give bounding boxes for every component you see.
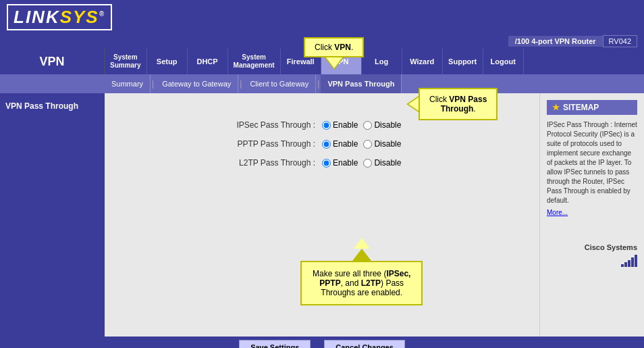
ipsec-disable-option[interactable]: Disable xyxy=(363,120,401,130)
l2tp-enable-label: Enable xyxy=(333,158,358,168)
l2tp-label: L2TP Pass Through : xyxy=(187,158,322,168)
tooltip-passthrough: Click VPN Pass Through. xyxy=(419,88,498,120)
main-content: IPSec Pass Through : Enable Disable xyxy=(105,93,539,337)
sitemap-title: SITEMAP xyxy=(563,103,599,112)
l2tp-options: Enable Disable xyxy=(322,158,401,168)
ipsec-options: Enable Disable xyxy=(322,120,401,130)
nav-item-log[interactable]: Log xyxy=(362,49,402,74)
pptp-enable-option[interactable]: Enable xyxy=(322,139,358,149)
header: LINKSYS® xyxy=(0,0,644,34)
tooltip-passthrough-arrow-left-inner xyxy=(408,97,419,111)
nav-item-system-summary[interactable]: SystemSummary xyxy=(105,49,147,74)
pptp-disable-option[interactable]: Disable xyxy=(363,139,401,149)
sidebar-title: VPN Pass Through xyxy=(5,101,99,111)
pptp-label: PPTP Pass Through : xyxy=(187,139,322,149)
cisco-bar-1 xyxy=(621,264,624,267)
tooltip-enable-arrow-inner xyxy=(354,238,370,249)
nav-brand: VPN xyxy=(0,49,105,74)
sitemap-header: ★ SITEMAP xyxy=(547,100,637,115)
cisco-bar-4 xyxy=(631,257,634,267)
sub-nav: Summary | Gateway to Gateway | Client to… xyxy=(0,74,644,93)
cancel-changes-button[interactable]: Cancel Changes xyxy=(324,340,405,348)
pptp-row: PPTP Pass Through : Enable Disable xyxy=(187,139,457,149)
sitemap-panel: ★ SITEMAP IPSec Pass Through : Internet … xyxy=(539,93,644,337)
router-id: RV042 xyxy=(603,35,637,47)
nav-item-support[interactable]: Support xyxy=(443,49,483,74)
l2tp-disable-label: Disable xyxy=(374,158,401,168)
content-area: VPN Pass Through IPSec Pass Through : En… xyxy=(0,93,644,337)
router-model: /100 4-port VPN Router xyxy=(508,36,603,47)
cisco-logo: Cisco Systems xyxy=(547,243,637,267)
tooltip-enable: Make sure all three (IPSec, PPTP, and L2… xyxy=(300,249,423,305)
nav-item-wizard[interactable]: Wizard xyxy=(402,49,443,74)
subnav-client-to-gateway[interactable]: Client to Gateway xyxy=(243,74,316,93)
ipsec-label: IPSec Pass Through : xyxy=(187,120,322,130)
l2tp-enable-option[interactable]: Enable xyxy=(322,158,358,168)
cisco-name: Cisco Systems xyxy=(547,243,637,251)
sidebar: VPN Pass Through xyxy=(0,93,105,337)
ipsec-enable-label: Enable xyxy=(333,120,358,130)
l2tp-row: L2TP Pass Through : Enable Disable xyxy=(187,158,457,168)
tooltip-passthrough-box: Click VPN Pass Through. xyxy=(419,88,498,120)
l2tp-enable-radio[interactable] xyxy=(322,159,331,168)
tooltip-enable-box: Make sure all three (IPSec, PPTP, and L2… xyxy=(300,261,423,305)
nav-items: SystemSummary Setup DHCP SystemManagemen… xyxy=(105,49,644,74)
ipsec-row: IPSec Pass Through : Enable Disable xyxy=(187,120,457,130)
tooltip-vpn-box: Click VPN. xyxy=(304,37,364,57)
tooltip-enable-arrow-up xyxy=(352,249,371,261)
nav-item-dhcp[interactable]: DHCP xyxy=(188,49,228,74)
pptp-disable-radio[interactable] xyxy=(363,140,372,149)
sitemap-icon: ★ xyxy=(552,103,560,112)
ipsec-enable-radio[interactable] xyxy=(322,121,331,130)
ipsec-enable-option[interactable]: Enable xyxy=(322,120,358,130)
tooltip-vpn-arrow-inner xyxy=(326,57,342,68)
nav-item-system-management[interactable]: SystemManagement xyxy=(228,49,281,74)
pass-through-table: IPSec Pass Through : Enable Disable xyxy=(187,120,457,168)
linksys-logo: LINKSYS® xyxy=(7,4,112,30)
sitemap-text: IPSec Pass Through : Internet Protocol S… xyxy=(547,120,637,205)
pptp-disable-label: Disable xyxy=(374,139,401,149)
cisco-bar-5 xyxy=(635,255,637,267)
nav-item-logout[interactable]: Logout xyxy=(483,49,524,74)
pptp-options: Enable Disable xyxy=(322,139,401,149)
footer: Save Settings Cancel Changes xyxy=(0,337,644,348)
nav-item-setup[interactable]: Setup xyxy=(147,49,188,74)
pptp-enable-radio[interactable] xyxy=(322,140,331,149)
ipsec-disable-label: Disable xyxy=(374,120,401,130)
pptp-enable-label: Enable xyxy=(333,139,358,149)
cisco-bar-3 xyxy=(628,260,630,267)
ipsec-disable-radio[interactable] xyxy=(363,121,372,130)
cisco-bars xyxy=(547,253,637,267)
save-settings-button[interactable]: Save Settings xyxy=(239,340,311,348)
subnav-summary[interactable]: Summary xyxy=(105,74,151,93)
l2tp-disable-radio[interactable] xyxy=(363,159,372,168)
cisco-bar-2 xyxy=(624,262,627,267)
tooltip-vpn: Click VPN. xyxy=(304,37,364,68)
sitemap-more-link[interactable]: More... xyxy=(547,209,637,216)
subnav-gateway-to-gateway[interactable]: Gateway to Gateway xyxy=(155,74,238,93)
l2tp-disable-option[interactable]: Disable xyxy=(363,158,401,168)
subnav-vpn-pass-through[interactable]: VPN Pass Through xyxy=(321,74,402,93)
